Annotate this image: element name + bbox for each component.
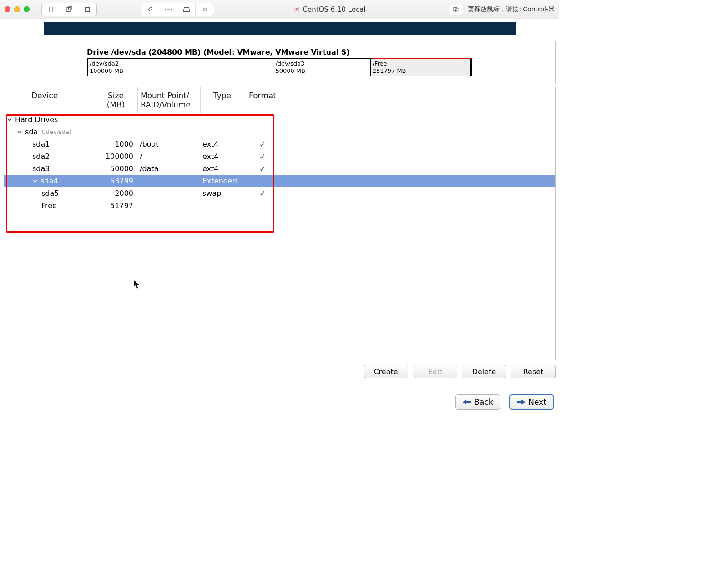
partition-size: 100000 bbox=[94, 152, 138, 161]
release-hint: 要释放鼠标，请按: Control-⌘ bbox=[468, 5, 555, 14]
partition-format: ✓ bbox=[244, 139, 281, 149]
partition-type: swap bbox=[201, 189, 244, 198]
disk-label: sda bbox=[25, 127, 38, 136]
table-row[interactable]: sda52000swap✓ bbox=[4, 187, 555, 199]
wizard-nav: Back Next bbox=[0, 387, 559, 410]
partition-name: sda3 bbox=[32, 164, 50, 173]
tree-disk[interactable]: sda (/dev/sda) bbox=[4, 126, 555, 138]
disk-path: (/dev/sda) bbox=[41, 128, 71, 135]
col-size[interactable]: Size(MB) bbox=[94, 87, 138, 113]
drive-map[interactable]: /dev/sda2100000 MB/dev/sda350000 MB/Free… bbox=[87, 58, 472, 76]
partition-table: Device Size(MB) Mount Point/RAID/Volume … bbox=[4, 87, 556, 360]
partition-name: sda1 bbox=[32, 140, 50, 148]
disk-icon[interactable] bbox=[177, 3, 196, 16]
next-button[interactable]: Next bbox=[509, 394, 554, 410]
partition-buttons: Create Edit Delete Reset bbox=[0, 360, 559, 378]
more-icon[interactable] bbox=[196, 3, 214, 16]
titlebar-right: 要释放鼠标，请按: Control-⌘ bbox=[450, 4, 555, 15]
table-row[interactable]: sda11000/bootext4✓ bbox=[4, 138, 555, 150]
table-row[interactable]: sda453799Extended bbox=[4, 175, 555, 187]
minimize-window-button[interactable] bbox=[14, 6, 20, 12]
col-mount[interactable]: Mount Point/RAID/Volume bbox=[138, 87, 201, 113]
chevron-down-icon[interactable] bbox=[17, 129, 23, 135]
windows-overview-button[interactable] bbox=[450, 4, 463, 15]
reset-button[interactable]: Reset bbox=[511, 365, 556, 378]
partition-format: ✓ bbox=[244, 189, 281, 198]
table-row[interactable]: Free51797 bbox=[4, 199, 555, 212]
stop-button[interactable] bbox=[78, 3, 96, 16]
delete-button[interactable]: Delete bbox=[462, 365, 506, 378]
partition-format: ✓ bbox=[244, 152, 281, 161]
window-controls bbox=[5, 6, 30, 12]
partition-mount: / bbox=[138, 152, 201, 161]
installer-banner bbox=[44, 22, 516, 35]
root-label: Hard Drives bbox=[15, 115, 58, 124]
partition-name: Free bbox=[41, 201, 57, 210]
partition-type: Extended bbox=[201, 177, 244, 185]
pause-button[interactable] bbox=[42, 3, 60, 16]
drive-block-free[interactable]: /Free251797 MB bbox=[371, 59, 471, 76]
document-icon bbox=[293, 6, 300, 13]
col-type[interactable]: Type bbox=[201, 87, 244, 113]
resize-icon[interactable] bbox=[159, 3, 177, 16]
table-row[interactable]: sda350000/dataext4✓ bbox=[4, 163, 555, 175]
zoom-window-button[interactable] bbox=[24, 6, 30, 12]
titlebar: CentOS 6.10 Local 要释放鼠标，请按: Control-⌘ bbox=[0, 0, 559, 19]
back-button[interactable]: Back bbox=[455, 394, 500, 410]
partition-size: 2000 bbox=[94, 189, 138, 198]
close-window-button[interactable] bbox=[5, 6, 10, 12]
partition-name: sda5 bbox=[41, 189, 59, 198]
partition-type: ext4 bbox=[201, 152, 244, 161]
toolbar-group-1 bbox=[41, 3, 97, 16]
drive-block[interactable]: /dev/sda350000 MB bbox=[273, 59, 370, 76]
partition-format: ✓ bbox=[244, 164, 281, 173]
partition-mount: /boot bbox=[138, 140, 201, 148]
vm-name: CentOS 6.10 Local bbox=[303, 5, 365, 14]
snapshot-button[interactable] bbox=[60, 3, 78, 16]
table-body: Hard Drives sda (/dev/sda) sda11000/boot… bbox=[4, 113, 555, 360]
settings-icon[interactable] bbox=[141, 3, 159, 16]
partition-size: 1000 bbox=[94, 140, 138, 148]
partition-name: sda2 bbox=[32, 152, 50, 161]
partition-size: 53799 bbox=[94, 177, 138, 185]
svg-rect-1 bbox=[68, 6, 72, 10]
col-format[interactable]: Format bbox=[244, 87, 281, 113]
drive-block[interactable]: /dev/sda2100000 MB bbox=[88, 59, 273, 76]
table-row[interactable]: sda2100000/ext4✓ bbox=[4, 150, 555, 163]
partition-mount: /data bbox=[138, 164, 201, 173]
chevron-down-icon[interactable] bbox=[32, 178, 39, 184]
partition-type: ext4 bbox=[201, 164, 244, 173]
toolbar-group-2 bbox=[141, 3, 214, 16]
arrow-right-icon bbox=[516, 398, 526, 406]
drive-label: Drive /dev/sda (204800 MB) (Model: VMwar… bbox=[87, 48, 472, 56]
table-header: Device Size(MB) Mount Point/RAID/Volume … bbox=[4, 87, 555, 113]
partition-size: 51797 bbox=[94, 201, 138, 210]
arrow-left-icon bbox=[462, 398, 471, 406]
partition-size: 50000 bbox=[94, 164, 138, 173]
drive-panel: Drive /dev/sda (204800 MB) (Model: VMwar… bbox=[4, 41, 556, 83]
svg-rect-2 bbox=[86, 7, 90, 11]
tree-root[interactable]: Hard Drives bbox=[4, 113, 555, 126]
partition-type: ext4 bbox=[201, 140, 244, 148]
col-device[interactable]: Device bbox=[4, 87, 94, 113]
edit-button: Edit bbox=[413, 365, 457, 378]
create-button[interactable]: Create bbox=[364, 365, 408, 378]
chevron-down-icon[interactable] bbox=[7, 117, 13, 122]
window-title: CentOS 6.10 Local bbox=[218, 5, 441, 14]
partition-name: sda4 bbox=[40, 177, 58, 185]
